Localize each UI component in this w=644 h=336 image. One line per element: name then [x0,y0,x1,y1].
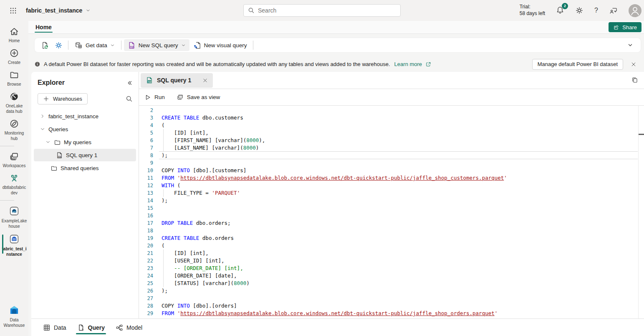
tab-close-icon[interactable] [202,78,208,83]
manage-default-dataset-button[interactable]: Manage default Power BI dataset [532,59,623,70]
notification-badge: 2 [562,3,568,9]
plus-icon [43,96,49,102]
rail-item-data-warehouse[interactable]: Data Warehouse [0,305,28,328]
rail-item-create[interactable]: Create [0,48,28,65]
chevron-right-icon[interactable] [40,114,45,119]
refresh-report-button[interactable] [38,39,52,51]
scroll-position-marker [639,134,644,135]
account-avatar[interactable] [629,4,641,17]
explorer-title: Explorer [38,79,65,87]
workspace-switcher[interactable]: fabric_test_instance [26,7,91,14]
tab-label: SQL query 1 [157,77,191,84]
code-line: 22 [USER_ID] [int], [139,257,644,265]
nav-rail: HomeCreateBrowseOneLake data hubMonitori… [0,21,28,336]
get-data-button[interactable]: Get data [71,39,119,51]
query-doc-icon [77,324,85,331]
help-icon[interactable]: ? [594,7,598,14]
tree-item[interactable]: Shared queries [34,162,136,174]
ribbon-collapse-chevron-icon[interactable] [627,42,637,48]
learn-more-link[interactable]: Learn more [394,61,422,67]
settings-button[interactable] [52,39,66,51]
content-area: Explorer Warehouses [31,72,644,318]
model-icon [116,324,123,331]
view-tab-label: Data [54,324,66,331]
trial-status: Trial: 58 days left [520,4,545,17]
editor-overview-ruler[interactable] [638,106,644,318]
info-icon [34,61,40,67]
query-actions-bar: Run Save as view [139,89,644,106]
notifications-button[interactable]: 2 [556,6,564,15]
browse-icon [9,70,19,80]
rail-item-dbtlabsfabricdev[interactable]: dbtlabsfabricdev [0,173,28,196]
rail-item-browse[interactable]: Browse [0,70,28,87]
share-button[interactable]: Share [609,22,641,32]
people-icon [9,173,19,183]
new-warehouse-button[interactable]: Warehouses [38,93,88,104]
view-tab-data[interactable]: Data [40,319,69,336]
svg-text:SQL: SQL [148,81,152,83]
code-line: 21 [ID] [int], [139,249,644,257]
document-tabbar: SQL SQL query 1 [139,72,644,89]
line-number: 24 [139,272,153,280]
run-button[interactable]: Run [144,94,165,101]
code-line: 4( [139,122,644,129]
tree-item[interactable]: fabric_test_instance [34,110,136,122]
settings-gear-icon[interactable] [575,6,583,15]
new-visual-query-button[interactable]: New visual query [189,39,251,51]
tab-home[interactable]: Home [35,21,53,33]
explorer-search-icon[interactable] [126,95,133,102]
save-as-view-icon [177,94,184,101]
tree-item[interactable]: SQLSQL query 1 [34,149,136,161]
collapse-panel-icon[interactable] [126,80,133,86]
tree-item[interactable]: My queries [34,136,136,148]
search-input[interactable] [258,7,396,14]
banner-message: A default Power BI dataset for faster re… [44,61,390,67]
rail-item-label: Home [9,38,20,43]
line-number: 14 [139,197,153,204]
rail-item-onelake[interactable]: OneLake data hub [0,92,28,114]
rail-item-home[interactable]: Home [0,26,28,43]
line-number: 12 [139,182,153,189]
line-number: 6 [139,137,153,144]
code-line: 17DROP TABLE dbo.orders; [139,219,644,227]
code-line: 27 [139,295,644,302]
view-tab-label: Model [126,324,142,331]
new-sql-query-button[interactable]: SQL New SQL query [124,39,189,51]
line-number: 20 [139,242,153,249]
line-number: 16 [139,212,153,219]
rail-item-label: dbtlabsfabricdev [1,185,27,196]
rail-divider [0,200,14,201]
chevron-down-icon[interactable] [40,127,45,132]
line-number: 27 [139,295,153,302]
app-launcher-button[interactable] [0,7,26,14]
code-line: 2 [139,107,644,114]
code-line: 26); [139,287,644,295]
folder-icon [54,139,61,146]
view-tab-query[interactable]: Query [75,319,107,336]
view-tab-model[interactable]: Model [113,319,145,336]
tree-item-label: SQL query 1 [66,152,97,158]
rail-item-examplelakehouse[interactable]: ExampleLakehouse [0,206,28,229]
toolbar-row: Get data SQL New SQL query [28,34,644,56]
line-number: 19 [139,234,153,242]
rail-item-workspaces[interactable]: Workspaces [0,151,28,168]
feedback-icon[interactable] [609,6,618,15]
search-icon [248,7,255,14]
copy-icon[interactable] [631,76,638,84]
play-icon [144,94,151,101]
rail-item-fabric-test-instance[interactable]: fabric_test_instance [0,234,28,257]
code-line: 28COPY INTO [dbo].[orders] [139,302,644,310]
rail-item-label: fabric_test_instance [1,246,27,257]
line-number: 2 [139,107,153,114]
lakehouse-icon [9,206,20,216]
sql-code-editor[interactable]: 23CREATE TABLE dbo.customers4(5 [ID] [in… [139,106,644,318]
warehouse-blue-icon [9,234,20,244]
tree-item[interactable]: Queries [34,123,136,135]
save-as-view-button[interactable]: Save as view [177,94,220,101]
tab-sql-query-1[interactable]: SQL SQL query 1 [141,73,213,88]
banner-close-icon[interactable] [631,61,636,67]
chevron-down-icon[interactable] [45,140,51,145]
rail-item-monitoring[interactable]: Monitoring hub [0,119,28,141]
line-number: 28 [139,302,153,310]
data-warehouse-icon [9,305,20,316]
